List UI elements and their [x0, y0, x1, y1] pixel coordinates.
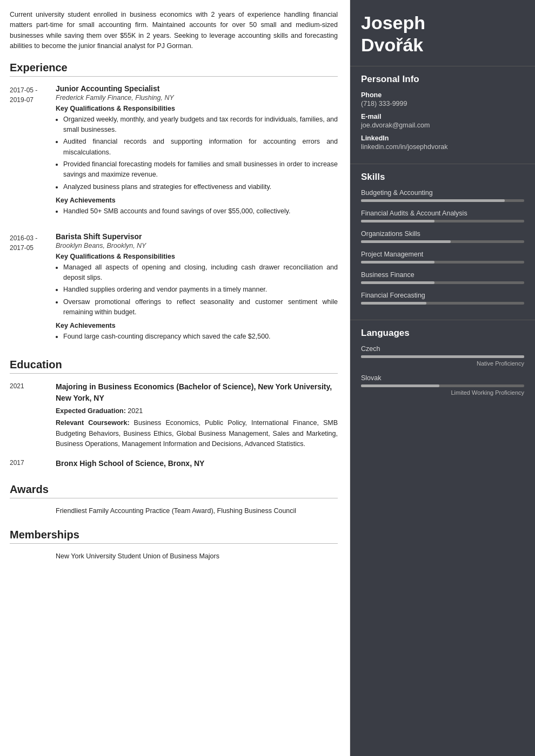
exp-bullet: Audited financial records and supporting…	[63, 137, 338, 158]
achievement-bullet: Handled 50+ SMB accounts and found savin…	[63, 206, 338, 217]
email-value: joe.dvorak@gmail.com	[361, 122, 524, 129]
exp-bullet: Oversaw promotional offerings to reflect…	[63, 297, 338, 318]
experience-item: 2017-05 - 2019-07 Junior Accounting Spec…	[10, 84, 338, 221]
skill-name: Project Management	[361, 251, 524, 258]
education-list: 2021 Majoring in Business Economics (Bac…	[10, 381, 338, 472]
skills-list: Budgeting & Accounting Financial Audits …	[361, 189, 524, 305]
language-bar-fill	[361, 355, 524, 358]
exp-bullet: Organized weekly, monthly, and yearly bu…	[63, 114, 338, 136]
education-item: 2017 Bronx High School of Science, Bronx…	[10, 458, 338, 471]
exp-achievements-head: Key Achievements	[56, 197, 338, 204]
edu-content: Bronx High School of Science, Bronx, NY	[56, 458, 338, 471]
linkedin-value: linkedin.com/in/josephdvorak	[361, 143, 524, 151]
exp-content: Barista Shift Supervisor Brooklyn Beans,…	[56, 232, 338, 347]
exp-company: Frederick Family Finance, Flushing, NY	[56, 94, 338, 102]
languages-title: Languages	[361, 328, 524, 339]
exp-qualifications-head: Key Qualifications & Responsibilities	[56, 105, 338, 112]
language-name: Czech	[361, 345, 524, 353]
skill-item: Financial Forecasting	[361, 292, 524, 305]
exp-date: 2017-05 - 2019-07	[10, 84, 56, 221]
language-bar-fill	[361, 384, 439, 387]
skill-name: Financial Forecasting	[361, 292, 524, 299]
exp-bullet: Provided financial forecasting models fo…	[63, 159, 338, 180]
personal-info-section: Personal Info Phone (718) 333-9999 E-mai…	[350, 66, 535, 164]
exp-title: Junior Accounting Specialist	[56, 84, 338, 93]
summary-text: Current university student enrolled in b…	[10, 10, 338, 52]
exp-bullet: Analyzed business plans and strategies f…	[63, 182, 338, 192]
exp-achievements-list: Handled 50+ SMB accounts and found savin…	[63, 206, 338, 217]
left-column: Current university student enrolled in b…	[0, 0, 350, 756]
education-section: Education 2021 Majoring in Business Econ…	[10, 359, 338, 472]
skill-item: Project Management	[361, 251, 524, 264]
name-block: JosephDvořák	[350, 0, 535, 66]
experience-title: Experience	[10, 62, 338, 77]
skill-bar-background	[361, 240, 524, 243]
skill-bar-background	[361, 281, 524, 284]
skill-bar-background	[361, 199, 524, 202]
exp-bullet: Handled supplies ordering and vendor pay…	[63, 285, 338, 295]
language-proficiency-label: Limited Working Proficiency	[361, 389, 524, 396]
exp-title: Barista Shift Supervisor	[56, 232, 338, 241]
languages-list: Czech Native Proficiency Slovak Limited …	[361, 345, 524, 396]
skill-bar-background	[361, 220, 524, 222]
exp-company: Brooklyn Beans, Brooklyn, NY	[56, 242, 338, 249]
exp-qualifications-list: Managed all aspects of opening and closi…	[63, 262, 338, 318]
language-proficiency-label: Native Proficiency	[361, 360, 524, 367]
languages-section: Languages Czech Native Proficiency Slova…	[350, 320, 535, 411]
skill-item: Business Finance	[361, 271, 524, 284]
awards-section: Awards Friendliest Family Accounting Pra…	[10, 483, 338, 516]
exp-qualifications-list: Organized weekly, monthly, and yearly bu…	[63, 114, 338, 193]
personal-info-title: Personal Info	[361, 74, 524, 85]
candidate-name: JosephDvořák	[361, 12, 524, 56]
right-column: JosephDvořák Personal Info Phone (718) 3…	[350, 0, 535, 756]
experience-item: 2016-03 - 2017-05 Barista Shift Supervis…	[10, 232, 338, 347]
language-item: Czech Native Proficiency	[361, 345, 524, 367]
edu-content: Majoring in Business Economics (Bachelor…	[56, 381, 338, 450]
skill-item: Budgeting & Accounting	[361, 189, 524, 202]
exp-content: Junior Accounting Specialist Frederick F…	[56, 84, 338, 221]
experience-section: Experience 2017-05 - 2019-07 Junior Acco…	[10, 62, 338, 347]
skill-bar-fill	[361, 240, 451, 243]
skill-bar-fill	[361, 220, 434, 222]
edu-expected: Expected Graduation: 2021	[56, 406, 338, 416]
skills-title: Skills	[361, 172, 524, 183]
education-title: Education	[10, 359, 338, 374]
skill-bar-fill	[361, 199, 505, 202]
memberships-section: Memberships New York University Student …	[10, 529, 338, 562]
edu-coursework: Relevant Coursework: Business Economics,…	[56, 418, 338, 449]
awards-title: Awards	[10, 483, 338, 498]
edu-date: 2017	[10, 458, 56, 471]
edu-title: Bronx High School of Science, Bronx, NY	[56, 458, 338, 469]
education-item: 2021 Majoring in Business Economics (Bac…	[10, 381, 338, 450]
awards-content: Friendliest Family Accounting Practice (…	[56, 506, 338, 516]
skill-name: Organizations Skills	[361, 230, 524, 238]
language-bar-background	[361, 384, 524, 387]
language-item: Slovak Limited Working Proficiency	[361, 374, 524, 396]
skill-name: Budgeting & Accounting	[361, 189, 524, 197]
skill-bar-fill	[361, 261, 434, 264]
memberships-title: Memberships	[10, 529, 338, 544]
phone-label: Phone	[361, 91, 524, 99]
achievement-bullet: Found large cash-counting discrepancy wh…	[63, 332, 338, 342]
exp-date: 2016-03 - 2017-05	[10, 232, 56, 347]
edu-date: 2021	[10, 381, 56, 450]
language-name: Slovak	[361, 374, 524, 382]
skill-bar-fill	[361, 281, 434, 284]
skills-section: Skills Budgeting & Accounting Financial …	[350, 164, 535, 320]
skill-bar-fill	[361, 302, 426, 305]
experience-list: 2017-05 - 2019-07 Junior Accounting Spec…	[10, 84, 338, 347]
exp-bullet: Managed all aspects of opening and closi…	[63, 262, 338, 284]
skill-name: Financial Audits & Account Analysis	[361, 210, 524, 217]
edu-title: Majoring in Business Economics (Bachelor…	[56, 381, 338, 404]
skill-bar-background	[361, 261, 524, 264]
language-bar-background	[361, 355, 524, 358]
skill-item: Organizations Skills	[361, 230, 524, 243]
linkedin-label: LinkedIn	[361, 134, 524, 142]
email-label: E-mail	[361, 113, 524, 120]
exp-qualifications-head: Key Qualifications & Responsibilities	[56, 253, 338, 260]
skill-bar-background	[361, 302, 524, 305]
memberships-content: New York University Student Union of Bus…	[56, 551, 338, 562]
phone-value: (718) 333-9999	[361, 100, 524, 107]
exp-achievements-head: Key Achievements	[56, 322, 338, 329]
skill-name: Business Finance	[361, 271, 524, 279]
